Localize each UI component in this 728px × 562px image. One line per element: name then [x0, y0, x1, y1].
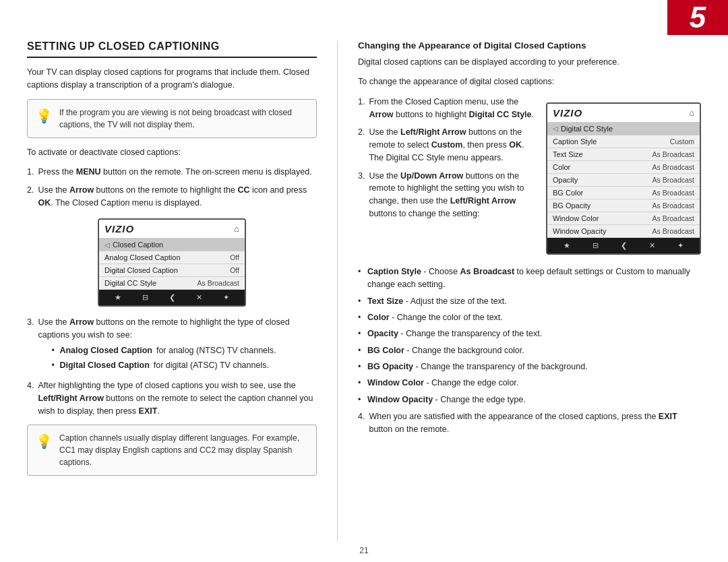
intro-paragraph: Your TV can display closed captions for … [27, 66, 317, 92]
home-icon-left: ⌂ [234, 224, 239, 234]
vizio-logo-right: VIZIO [553, 107, 582, 119]
tv-header-right: VIZIO ⌂ [547, 104, 700, 123]
tv-btn-rect-right: ⊟ [593, 241, 599, 250]
tv-row-right-2-label: Color [553, 163, 653, 171]
bulb-icon-2: 💡 [36, 433, 53, 449]
back-arrow-left: ◁ [104, 241, 110, 249]
vizio-logo-left: VIZIO [104, 223, 134, 235]
bottom-note-box: 💡 Caption channels usually display diffe… [27, 425, 317, 476]
step-3-bullets: Analog Closed Caption for analog (NTSC) … [46, 344, 317, 372]
tv-row-right-0-label: Caption Style [553, 137, 670, 146]
right-bullet-caption-style: Caption Style - Choose As Broadcast to k… [358, 266, 701, 292]
activate-paragraph: To activate or deactivate closed caption… [27, 146, 317, 159]
tv-row-right-4-value: As Broadcast [653, 189, 694, 197]
info-box-1: 💡 If the program you are viewing is not … [27, 99, 317, 138]
right-column: Changing the Appearance of Digital Close… [358, 40, 701, 542]
right-step-2-num: 2. [358, 126, 365, 164]
right-step-4-text: When you are satisfied with the appearan… [369, 410, 701, 436]
tv-row-left-2: Digital CC Style As Broadcast [99, 277, 245, 290]
step-3: 3. Use the Arrow buttons on the remote t… [27, 316, 317, 374]
tv-row-right-2-value: As Broadcast [653, 163, 694, 171]
tv-row-right-1-value: As Broadcast [653, 150, 694, 158]
right-steps-text: 1. From the Closed Caption menu, use the… [358, 96, 538, 227]
bottom-note-text: Caption channels usually display differe… [59, 432, 308, 468]
right-step-4-list: 4. When you are satisfied with the appea… [358, 410, 701, 436]
right-step-3-text: Use the Up/Down Arrow buttons on the rem… [369, 170, 538, 220]
tv-row-right-1-label: Text Size [553, 150, 653, 158]
right-step-4: 4. When you are satisfied with the appea… [358, 410, 701, 436]
tv-row-right-6-value: As Broadcast [653, 214, 694, 222]
tv-screen-left-inner: VIZIO ⌂ ◁ Closed Caption Analog Closed C… [99, 220, 245, 290]
back-arrow-right: ◁ [553, 125, 558, 132]
right-step-3-bullets: Caption Style - Choose As Broadcast to k… [358, 266, 701, 406]
tv-row-right-5: BG Opacity As Broadcast [547, 199, 700, 212]
tv-menu-title-right: ◁ Digital CC Style [547, 123, 700, 135]
right-step-1: 1. From the Closed Caption menu, use the… [358, 96, 538, 121]
tv-screen-left: VIZIO ⌂ ◁ Closed Caption Analog Closed C… [98, 218, 246, 307]
tv-footer-right: ★ ⊟ ❮ ✕ ✦ [547, 238, 700, 253]
tv-row-right-6: Window Color As Broadcast [547, 212, 700, 225]
tv-row-right-4-label: BG Color [553, 189, 653, 197]
right-bullet-window-color: Window Color - Change the edge color. [358, 377, 701, 389]
tv-btn-settings-right: ✦ [677, 241, 684, 250]
tv-row-right-3-label: Opacity [553, 176, 653, 184]
tv-row-right-0: Caption Style Custom [547, 135, 700, 148]
right-bullet-text-size: Text Size - Adjust the size of the text. [358, 295, 701, 308]
tv-row-right-7-value: As Broadcast [653, 227, 694, 235]
right-step-3: 3. Use the Up/Down Arrow buttons on the … [358, 170, 538, 220]
chapter-number: 5 [690, 3, 706, 32]
page-number: 21 [359, 546, 368, 555]
right-num-list: 1. From the Closed Caption menu, use the… [358, 96, 538, 220]
tv-row-left-0-label: Analog Closed Caption [104, 253, 230, 261]
tv-btn-rect-left: ⊟ [142, 293, 148, 302]
right-para-1: Digital closed captions can be displayed… [358, 56, 701, 69]
step-1: 1. Press the MENU button on the remote. … [27, 166, 317, 179]
tv-btn-star-left: ★ [115, 293, 121, 302]
tv-menu-title-label-right: Digital CC Style [561, 125, 694, 133]
right-bullet-color: Color - Change the color of the text. [358, 311, 701, 324]
tv-btn-x-left: ✕ [196, 293, 202, 302]
right-step-1-num: 1. [358, 96, 365, 121]
top-bar: 5 [667, 0, 728, 35]
tv-row-left-0-value: Off [230, 253, 239, 261]
right-heading: Changing the Appearance of Digital Close… [358, 40, 701, 51]
main-content: SETTING UP CLOSED CAPTIONING Your TV can… [27, 40, 701, 542]
tv-row-right-5-value: As Broadcast [653, 201, 694, 210]
right-steps-tv-container: 1. From the Closed Caption menu, use the… [358, 96, 701, 261]
tv-header-left: VIZIO ⌂ [99, 220, 245, 239]
step-3-num: 3. [27, 316, 34, 374]
step-3-text: Use the Arrow buttons on the remote to h… [38, 316, 317, 374]
step-4-text: After highlighting the type of closed ca… [38, 379, 317, 417]
tv-row-right-0-value: Custom [670, 137, 694, 146]
step-4-num: 4. [27, 379, 34, 417]
step-2-num: 2. [27, 184, 34, 210]
step-1-num: 1. [27, 166, 34, 179]
right-bullet-opacity: Opacity - Change the transparency of the… [358, 327, 701, 340]
right-para-2: To change the appearance of digital clos… [358, 75, 701, 88]
right-bullet-bg-color: BG Color - Change the background color. [358, 344, 701, 357]
section-title: SETTING UP CLOSED CAPTIONING [27, 40, 317, 58]
bulb-icon: 💡 [36, 108, 53, 124]
home-icon-right: ⌂ [689, 108, 694, 118]
right-step-3-num: 3. [358, 170, 365, 220]
bullet-analog: Analog Closed Caption for analog (NTSC) … [51, 344, 317, 357]
tv-row-right-4: BG Color As Broadcast [547, 187, 700, 199]
bullet-digital: Digital Closed Caption for digital (ATSC… [51, 359, 317, 372]
step-4: 4. After highlighting the type of closed… [27, 379, 317, 417]
tv-row-right-3-value: As Broadcast [653, 176, 694, 184]
tv-row-right-7-label: Window Opacity [553, 227, 653, 235]
tv-btn-star-right: ★ [564, 241, 570, 250]
tv-row-left-0: Analog Closed Caption Off [99, 251, 245, 264]
right-step-1-text: From the Closed Caption menu, use the Ar… [369, 96, 538, 121]
steps-list-left-2: 3. Use the Arrow buttons on the remote t… [27, 316, 317, 417]
tv-btn-settings-left: ✦ [223, 293, 229, 302]
step-2: 2. Use the Arrow buttons on the remote t… [27, 184, 317, 210]
tv-row-left-2-value: As Broadcast [198, 279, 239, 287]
tv-row-right-3: Opacity As Broadcast [547, 174, 700, 187]
tv-screen-right-inner: VIZIO ⌂ ◁ Digital CC Style Caption Style… [547, 104, 700, 238]
tv-btn-down-right: ❮ [621, 241, 627, 250]
info-box-1-text: If the program you are viewing is not be… [59, 106, 308, 131]
right-step-4-num: 4. [358, 410, 365, 436]
tv-row-left-2-label: Digital CC Style [104, 279, 198, 287]
tv-row-right-5-label: BG Opacity [553, 201, 653, 210]
